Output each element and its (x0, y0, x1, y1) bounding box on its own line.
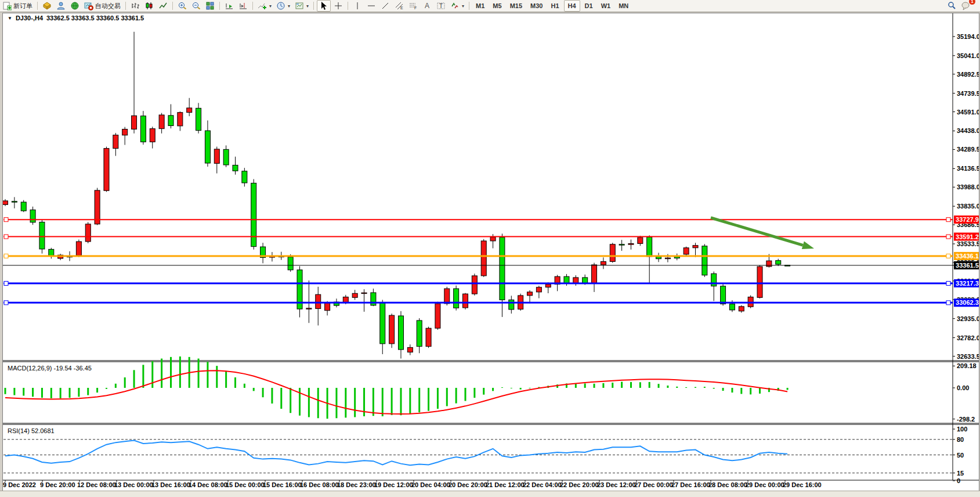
price-tag-label: 33727.9 (956, 216, 979, 223)
timeframe-m15[interactable]: M15 (507, 1, 526, 11)
new-order-button[interactable]: 新订单 (1, 1, 34, 11)
line-chart-button[interactable] (157, 1, 169, 11)
candle-bear (647, 237, 652, 257)
search-button[interactable] (945, 1, 958, 11)
profile-button[interactable] (55, 1, 67, 11)
price-tick-label: 34892.5 (957, 71, 979, 78)
trend-arrow-annotation[interactable] (711, 218, 814, 249)
rsi-tick-label: 50 (957, 452, 964, 459)
line-anchor[interactable] (946, 218, 950, 222)
price-tick-label: 35041.0 (957, 52, 979, 59)
time-tick-label: 29 Dec 00:00 (746, 481, 784, 488)
rsi-indicator-label: RSI(14) 52.0681 (8, 427, 55, 434)
svg-text:E: E (400, 6, 403, 10)
line-anchor[interactable] (4, 282, 8, 286)
time-tick-label: 29 Dec 16:00 (783, 481, 822, 488)
candle-bull (122, 129, 128, 135)
macd-pane: 209.180.00-298.2 (5, 356, 977, 423)
line-anchor[interactable] (946, 282, 950, 286)
text-label-button[interactable]: T (435, 1, 447, 11)
chart-window[interactable]: ▼ DJ30-,H4 33362.5 33363.5 33360.5 33361… (2, 13, 979, 491)
line-anchor[interactable] (4, 218, 8, 222)
tile-windows-button[interactable] (204, 1, 216, 11)
chart-canvas[interactable]: 35194.035041.034892.534739.534591.034438… (3, 13, 979, 491)
svg-text:T: T (439, 3, 443, 9)
svg-text:A: A (425, 2, 429, 10)
toolbar-separator (125, 2, 126, 10)
timeframe-m30[interactable]: M30 (527, 1, 546, 11)
chart-dropdown-icon[interactable]: ▼ (8, 16, 12, 21)
candle-bear (711, 273, 717, 286)
indicators-button[interactable]: ▾ (256, 1, 273, 11)
candle-bear (776, 261, 781, 264)
auto-scroll-button[interactable] (223, 1, 236, 11)
candle-bull (665, 258, 670, 259)
line-anchor[interactable] (4, 301, 8, 305)
time-tick-label: 14 Dec 08:00 (189, 481, 227, 488)
candle-bear (729, 304, 735, 310)
cursor-icon (319, 1, 328, 10)
line-anchor[interactable] (4, 254, 8, 258)
chart-shift-button[interactable] (237, 1, 249, 11)
timeframe-mn[interactable]: MN (615, 1, 632, 11)
line-anchor[interactable] (946, 235, 950, 239)
trendline-button[interactable] (379, 1, 392, 11)
market-icon (42, 1, 52, 10)
periods-icon (276, 1, 285, 10)
timeframe-m5[interactable]: M5 (489, 1, 505, 11)
cursor-button[interactable] (317, 0, 331, 12)
line-anchor[interactable] (4, 235, 8, 239)
signals-button[interactable] (68, 1, 81, 11)
horizontal-line-button[interactable] (365, 1, 378, 11)
candle-bull (757, 266, 762, 297)
rsi-tick-label: 15 (957, 470, 964, 477)
candle-bull (684, 248, 689, 254)
profile-icon (56, 1, 66, 10)
zoom-out-button[interactable] (190, 1, 202, 11)
bar-chart-button[interactable] (129, 1, 142, 11)
timeframe-h1[interactable]: H1 (547, 1, 562, 11)
autotrading-button[interactable]: 自动交易 (82, 1, 122, 11)
candle-bear (233, 165, 238, 171)
candlestick-chart-button[interactable] (143, 1, 156, 11)
timeframe-w1[interactable]: W1 (598, 1, 614, 11)
candle-bull (435, 304, 440, 328)
line-anchor[interactable] (946, 254, 950, 258)
zoom-in-button[interactable] (176, 1, 189, 11)
text-label-icon: T (436, 1, 446, 10)
text-button[interactable]: A (421, 1, 433, 11)
candle-bull (426, 328, 431, 346)
candle-bull (76, 242, 81, 255)
market-button[interactable] (41, 1, 53, 11)
vertical-line-button[interactable] (351, 1, 364, 11)
arrows-button[interactable]: ▾ (449, 1, 466, 11)
time-tick-label: 28 Dec 08:00 (708, 481, 747, 488)
timeframe-h4[interactable]: H4 (564, 0, 580, 12)
macd-indicator-label: MACD(12,26,9) -19.54 -36.45 (8, 365, 92, 372)
candle-bull (306, 308, 312, 309)
candle-bull (3, 201, 8, 204)
candle-bull (104, 149, 109, 191)
templates-button[interactable]: ▾ (293, 1, 310, 11)
timeframe-m1[interactable]: M1 (472, 1, 488, 11)
periods-button[interactable]: ▾ (274, 1, 292, 11)
rsi-tick-label: 80 (957, 436, 964, 443)
price-tick-label: 34438.0 (957, 127, 979, 134)
time-tick-label: 13 Dec 00:00 (114, 481, 153, 488)
price-tag-label: 33361.5 (956, 262, 979, 269)
line-anchor[interactable] (946, 301, 950, 305)
rsi-tick-label: 100 (957, 426, 967, 433)
candle-bear (30, 210, 35, 222)
candle-bear (583, 278, 588, 283)
toolbar-separator (348, 2, 348, 10)
chat-button[interactable]: 1 (959, 1, 972, 11)
candle-bear (417, 320, 422, 347)
candle-bull (389, 315, 395, 344)
price-tick-label: 32633.5 (957, 353, 979, 360)
equidistant-channel-button[interactable]: E (393, 1, 406, 11)
crosshair-button[interactable] (332, 1, 345, 11)
candle-bull (463, 294, 468, 308)
timeframe-d1[interactable]: D1 (581, 1, 596, 11)
fibonacci-button[interactable]: F (407, 1, 420, 11)
time-tick-label: 13 Dec 16:00 (151, 481, 190, 488)
